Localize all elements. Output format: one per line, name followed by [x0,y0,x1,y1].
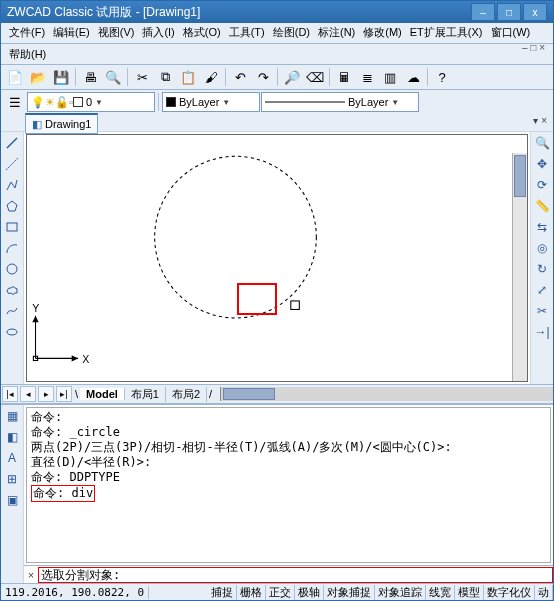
status-osnap[interactable]: 对象捕捉 [324,585,375,600]
table-icon[interactable]: ▦ [3,407,21,425]
orbit-icon[interactable]: ⟳ [533,176,551,194]
save-icon[interactable]: 💾 [50,66,72,88]
mtext-icon[interactable]: A [3,449,21,467]
mirror-icon[interactable]: ⇆ [533,218,551,236]
menu-insert[interactable]: 插入(I) [138,23,178,42]
find-icon[interactable]: 🔎 [281,66,303,88]
palette-icon[interactable]: ▥ [379,66,401,88]
layer-color-swatch [73,97,83,107]
measure-icon[interactable]: 📏 [533,197,551,215]
status-polar[interactable]: 极轴 [295,585,324,600]
separator [329,68,330,86]
pan-icon[interactable]: ✥ [533,155,551,173]
tab-nav-prev[interactable]: ◂ [20,386,36,402]
linetype-dropdown[interactable]: ByLayer ▼ [261,92,419,112]
matchprop-icon[interactable]: 🖌 [200,66,222,88]
ellipse-icon[interactable] [3,323,21,341]
line-icon[interactable] [3,134,21,152]
callout-highlight [237,283,277,315]
tab-controls[interactable]: ▾ × [533,115,547,126]
command-history[interactable]: 命令: 命令: _circle 两点(2P)/三点(3P)/相切-相切-半径(T… [26,407,551,563]
table2-icon[interactable]: ⊞ [3,470,21,488]
circle-icon[interactable] [3,260,21,278]
tab-nav-first[interactable]: |◂ [2,386,18,402]
cut-icon[interactable]: ✂ [131,66,153,88]
doc-window-controls[interactable]: – □ × [518,42,549,53]
status-ortho[interactable]: 正交 [266,585,295,600]
statusbar: 119.2016, 190.0822, 0 捕捉 栅格 正交 极轴 对象捕捉 对… [1,583,553,600]
offset-icon[interactable]: ◎ [533,239,551,257]
menu-help[interactable]: 帮助(H) [5,45,50,64]
preview-icon[interactable]: 🔍 [102,66,124,88]
menu-file[interactable]: 文件(F) [5,23,49,42]
copy-icon[interactable]: ⧉ [154,66,176,88]
menu-modify[interactable]: 修改(M) [359,23,406,42]
command-input[interactable] [38,567,553,583]
gradient-icon[interactable]: ◧ [3,428,21,446]
scrollbar-thumb[interactable] [514,155,526,197]
tab-nav-next[interactable]: ▸ [38,386,54,402]
polygon-icon[interactable] [3,197,21,215]
maximize-button[interactable]: □ [497,3,521,21]
revcloud-icon[interactable] [3,281,21,299]
print-icon[interactable]: 🖶 [79,66,101,88]
extend-icon[interactable]: →| [533,323,551,341]
status-otrack[interactable]: 对象追踪 [375,585,426,600]
new-icon[interactable]: 📄 [4,66,26,88]
erase-icon[interactable]: ⌫ [304,66,326,88]
status-model[interactable]: 模型 [455,585,484,600]
status-grid[interactable]: 栅格 [237,585,266,600]
coordinate-readout[interactable]: 119.2016, 190.0822, 0 [1,586,149,599]
xline-icon[interactable] [3,155,21,173]
status-dyn[interactable]: 动 [535,585,553,600]
scale-icon[interactable]: ⤢ [533,281,551,299]
close-cmd-icon[interactable]: × [24,569,38,581]
close-button[interactable]: x [523,3,547,21]
menu-et[interactable]: ET扩展工具(X) [406,23,487,42]
arc-icon[interactable] [3,239,21,257]
rect-icon[interactable] [3,218,21,236]
open-icon[interactable]: 📂 [27,66,49,88]
zoom-icon[interactable]: 🔍 [533,134,551,152]
drawing-canvas[interactable]: XY [26,134,528,382]
menu-view[interactable]: 视图(V) [94,23,139,42]
menu-window[interactable]: 窗口(W) [487,23,535,42]
svg-marker-3 [7,201,17,211]
tab-nav-last[interactable]: ▸| [56,386,72,402]
tab-layout1[interactable]: 布局1 [125,387,166,402]
rotate-icon[interactable]: ↻ [533,260,551,278]
menu-dim[interactable]: 标注(N) [314,23,359,42]
tab-layout2[interactable]: 布局2 [166,387,207,402]
spline-icon[interactable] [3,302,21,320]
svg-marker-8 [72,355,78,361]
color-dropdown[interactable]: ByLayer ▼ [162,92,260,112]
status-lwt[interactable]: 线宽 [426,585,455,600]
layout-tabs: |◂ ◂ ▸ ▸| \ Model 布局1 布局2 / [1,384,553,404]
tab-model[interactable]: Model [80,388,125,400]
cloud-icon[interactable]: ☁ [402,66,424,88]
calc-icon[interactable]: 🖩 [333,66,355,88]
help-icon[interactable]: ? [431,66,453,88]
document-tab[interactable]: ◧ Drawing1 [25,113,98,134]
menu-draw[interactable]: 绘图(D) [269,23,314,42]
menu-format[interactable]: 格式(O) [179,23,225,42]
layer-mgr-icon[interactable]: ☰ [4,91,26,113]
minimize-button[interactable]: – [471,3,495,21]
status-tablet[interactable]: 数字化仪 [484,585,535,600]
layer-dropdown[interactable]: 💡☀🔓▫ 0 ▼ [27,92,155,112]
region2-icon[interactable]: ▣ [3,491,21,509]
horizontal-scrollbar[interactable] [220,387,553,401]
trim-icon[interactable]: ✂ [533,302,551,320]
paste-icon[interactable]: 📋 [177,66,199,88]
menu-edit[interactable]: 编辑(E) [49,23,94,42]
vertical-scrollbar[interactable] [512,153,527,381]
linetype-icon[interactable]: ≣ [356,66,378,88]
status-snap[interactable]: 捕捉 [208,585,237,600]
svg-rect-14 [291,301,300,310]
svg-point-5 [7,264,17,274]
menu-tools[interactable]: 工具(T) [225,23,269,42]
pline-icon[interactable] [3,176,21,194]
redo-icon[interactable]: ↷ [252,66,274,88]
scrollbar-thumb[interactable] [223,388,275,400]
undo-icon[interactable]: ↶ [229,66,251,88]
